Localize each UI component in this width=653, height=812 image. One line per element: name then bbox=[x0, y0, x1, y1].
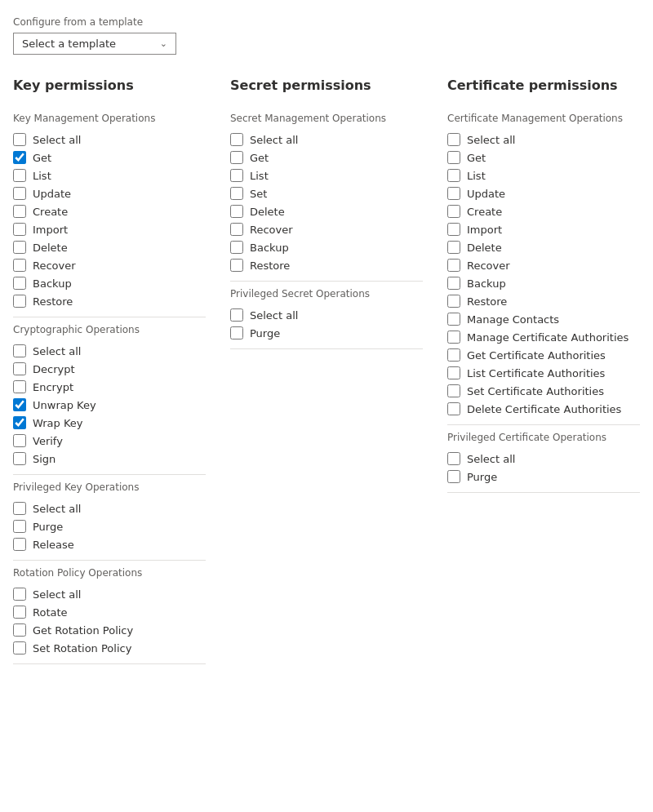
checkbox-cert-delete[interactable] bbox=[447, 241, 460, 254]
checkbox-item-cert-backup[interactable]: Backup bbox=[447, 274, 640, 292]
checkbox-key-delete[interactable] bbox=[13, 241, 26, 254]
checkbox-crypto-encrypt[interactable] bbox=[13, 380, 26, 393]
checkbox-item-sec-set[interactable]: Set bbox=[230, 184, 423, 202]
checkbox-item-sec-recover[interactable]: Recover bbox=[230, 220, 423, 238]
checkbox-cert-manage-ca[interactable] bbox=[447, 331, 460, 344]
checkbox-item-cert-recover[interactable]: Recover bbox=[447, 256, 640, 274]
checkbox-rot-set[interactable] bbox=[13, 641, 26, 654]
checkbox-privsec-select-all[interactable] bbox=[230, 308, 243, 322]
checkbox-item-rot-rotate[interactable]: Rotate bbox=[13, 603, 206, 621]
checkbox-crypto-unwrap[interactable] bbox=[13, 398, 26, 411]
checkbox-key-recover[interactable] bbox=[13, 259, 26, 272]
checkbox-item-key-import[interactable]: Import bbox=[13, 220, 206, 238]
checkbox-item-rot-get[interactable]: Get Rotation Policy bbox=[13, 621, 206, 639]
checkbox-cert-import[interactable] bbox=[447, 223, 460, 236]
checkbox-item-sec-restore[interactable]: Restore bbox=[230, 256, 423, 274]
checkbox-item-cert-update[interactable]: Update bbox=[447, 184, 640, 202]
checkbox-item-cert-list[interactable]: List bbox=[447, 166, 640, 184]
checkbox-cert-list[interactable] bbox=[447, 169, 460, 182]
checkbox-item-crypto-select-all[interactable]: Select all bbox=[13, 342, 206, 360]
checkbox-item-cert-manage-contacts[interactable]: Manage Contacts bbox=[447, 310, 640, 328]
checkbox-rot-select-all[interactable] bbox=[13, 588, 26, 601]
checkbox-item-cert-manage-ca[interactable]: Manage Certificate Authorities bbox=[447, 328, 640, 346]
checkbox-item-privkey-select-all[interactable]: Select all bbox=[13, 499, 206, 517]
checkbox-item-privsec-purge[interactable]: Purge bbox=[230, 324, 423, 342]
checkbox-item-key-list[interactable]: List bbox=[13, 166, 206, 184]
checkbox-cert-update[interactable] bbox=[447, 187, 460, 200]
checkbox-item-cert-restore[interactable]: Restore bbox=[447, 292, 640, 310]
checkbox-sec-backup[interactable] bbox=[230, 241, 243, 254]
checkbox-privsec-purge[interactable] bbox=[230, 326, 243, 339]
checkbox-item-key-get[interactable]: Get bbox=[13, 149, 206, 166]
checkbox-key-create[interactable] bbox=[13, 205, 26, 218]
checkbox-cert-backup[interactable] bbox=[447, 277, 460, 290]
checkbox-sec-select-all[interactable] bbox=[230, 133, 243, 146]
checkbox-crypto-select-all[interactable] bbox=[13, 344, 26, 357]
checkbox-privcert-purge[interactable] bbox=[447, 470, 460, 483]
checkbox-cert-recover[interactable] bbox=[447, 259, 460, 272]
checkbox-item-cert-list-ca[interactable]: List Certificate Authorities bbox=[447, 364, 640, 382]
checkbox-item-cert-delete-ca[interactable]: Delete Certificate Authorities bbox=[447, 400, 640, 418]
checkbox-item-crypto-sign[interactable]: Sign bbox=[13, 450, 206, 468]
template-dropdown[interactable]: Select a template ⌄ bbox=[13, 33, 176, 55]
checkbox-cert-set-ca[interactable] bbox=[447, 384, 460, 397]
checkbox-privkey-release[interactable] bbox=[13, 538, 26, 551]
checkbox-crypto-verify[interactable] bbox=[13, 434, 26, 447]
checkbox-item-key-recover[interactable]: Recover bbox=[13, 256, 206, 274]
checkbox-key-update[interactable] bbox=[13, 187, 26, 200]
checkbox-cert-get[interactable] bbox=[447, 151, 460, 164]
checkbox-cert-get-ca[interactable] bbox=[447, 348, 460, 362]
checkbox-sec-recover[interactable] bbox=[230, 223, 243, 236]
checkbox-key-restore[interactable] bbox=[13, 295, 26, 308]
checkbox-key-select-all[interactable] bbox=[13, 133, 26, 146]
checkbox-sec-restore[interactable] bbox=[230, 259, 243, 272]
checkbox-key-import[interactable] bbox=[13, 223, 26, 236]
checkbox-item-cert-set-ca[interactable]: Set Certificate Authorities bbox=[447, 382, 640, 400]
checkbox-item-cert-select-all[interactable]: Select all bbox=[447, 131, 640, 149]
checkbox-item-crypto-verify[interactable]: Verify bbox=[13, 432, 206, 450]
checkbox-item-rot-select-all[interactable]: Select all bbox=[13, 585, 206, 603]
checkbox-item-cert-get-ca[interactable]: Get Certificate Authorities bbox=[447, 346, 640, 364]
checkbox-item-privcert-select-all[interactable]: Select all bbox=[447, 450, 640, 468]
checkbox-item-sec-delete[interactable]: Delete bbox=[230, 202, 423, 220]
checkbox-privcert-select-all[interactable] bbox=[447, 452, 460, 465]
checkbox-item-privkey-purge[interactable]: Purge bbox=[13, 517, 206, 535]
checkbox-item-key-delete[interactable]: Delete bbox=[13, 238, 206, 256]
checkbox-item-key-update[interactable]: Update bbox=[13, 184, 206, 202]
checkbox-cert-select-all[interactable] bbox=[447, 133, 460, 146]
checkbox-key-get[interactable] bbox=[13, 151, 26, 164]
checkbox-item-sec-backup[interactable]: Backup bbox=[230, 238, 423, 256]
checkbox-key-list[interactable] bbox=[13, 169, 26, 182]
checkbox-cert-restore[interactable] bbox=[447, 295, 460, 308]
checkbox-item-crypto-wrap[interactable]: Wrap Key bbox=[13, 414, 206, 432]
checkbox-sec-list[interactable] bbox=[230, 169, 243, 182]
checkbox-sec-delete[interactable] bbox=[230, 205, 243, 218]
checkbox-item-key-create[interactable]: Create bbox=[13, 202, 206, 220]
checkbox-sec-set[interactable] bbox=[230, 187, 243, 200]
checkbox-item-key-select-all[interactable]: Select all bbox=[13, 131, 206, 149]
checkbox-item-key-restore[interactable]: Restore bbox=[13, 292, 206, 310]
checkbox-sec-get[interactable] bbox=[230, 151, 243, 164]
checkbox-cert-list-ca[interactable] bbox=[447, 366, 460, 379]
checkbox-item-cert-import[interactable]: Import bbox=[447, 220, 640, 238]
checkbox-item-rot-set[interactable]: Set Rotation Policy bbox=[13, 639, 206, 657]
checkbox-privkey-purge[interactable] bbox=[13, 520, 26, 533]
checkbox-item-cert-delete[interactable]: Delete bbox=[447, 238, 640, 256]
checkbox-item-crypto-unwrap[interactable]: Unwrap Key bbox=[13, 396, 206, 414]
checkbox-crypto-wrap[interactable] bbox=[13, 416, 26, 429]
checkbox-cert-manage-contacts[interactable] bbox=[447, 313, 460, 326]
checkbox-item-crypto-encrypt[interactable]: Encrypt bbox=[13, 378, 206, 396]
checkbox-cert-delete-ca[interactable] bbox=[447, 402, 460, 415]
checkbox-rot-rotate[interactable] bbox=[13, 606, 26, 619]
checkbox-item-sec-select-all[interactable]: Select all bbox=[230, 131, 423, 149]
checkbox-item-key-backup[interactable]: Backup bbox=[13, 274, 206, 292]
checkbox-item-privcert-purge[interactable]: Purge bbox=[447, 468, 640, 486]
checkbox-crypto-decrypt[interactable] bbox=[13, 362, 26, 375]
checkbox-item-cert-create[interactable]: Create bbox=[447, 202, 640, 220]
checkbox-item-sec-get[interactable]: Get bbox=[230, 149, 423, 166]
checkbox-privkey-select-all[interactable] bbox=[13, 502, 26, 515]
checkbox-item-sec-list[interactable]: List bbox=[230, 166, 423, 184]
checkbox-item-privkey-release[interactable]: Release bbox=[13, 535, 206, 553]
checkbox-crypto-sign[interactable] bbox=[13, 452, 26, 465]
checkbox-item-privsec-select-all[interactable]: Select all bbox=[230, 306, 423, 324]
